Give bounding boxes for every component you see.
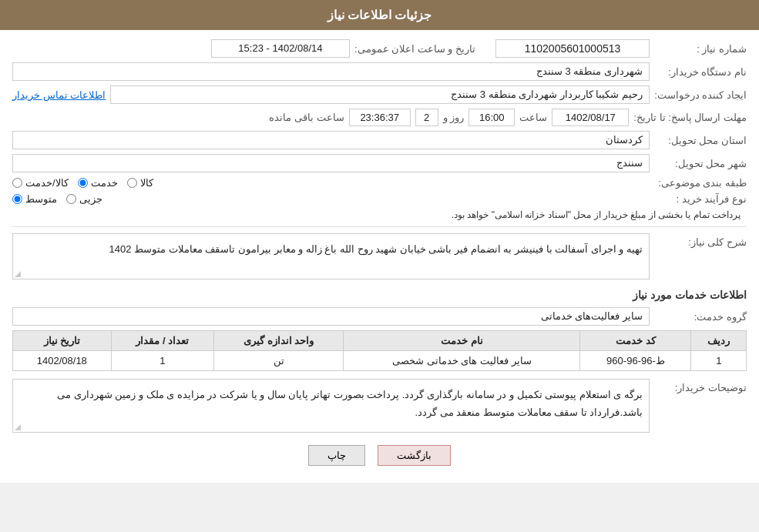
services-table: ردیف کد خدمت نام خدمت واحد اندازه گیری ت…	[12, 330, 747, 371]
buyer-org-label: نام دستگاه خریدار:	[654, 66, 747, 78]
deadline-day-label: روز و	[443, 112, 465, 123]
need-number-label: شماره نیاز :	[654, 43, 747, 55]
purchase-note: پرداخت تمام یا بخشی از مبلغ خریدار از مح…	[12, 209, 747, 220]
buyer-notes-value: برگه ی استعلام پیوستی تکمیل و در سامانه …	[12, 379, 650, 433]
deadline-remaining: 23:36:37	[349, 109, 411, 126]
table-cell-0-3: تن	[214, 351, 344, 371]
category-row: طبقه بندی موضوعی: کالا خدمت کالا/خدمت	[12, 177, 747, 189]
purchase-motavaset-label: متوسط	[25, 193, 57, 205]
creator-label: ایجاد کننده درخواست:	[654, 89, 747, 101]
category-option-kala-khedmat: کالا/خدمت	[12, 177, 69, 189]
col-service-code: کد خدمت	[580, 331, 691, 351]
description-label: شرح کلی نیاز:	[654, 233, 747, 248]
purchase-motavaset: متوسط	[12, 193, 57, 205]
announce-date-label: تاریخ و ساعت اعلان عمومی:	[354, 43, 475, 55]
table-cell-0-1: ط-96-96-960	[580, 351, 691, 371]
buyer-notes-label: توضیحات خریدار:	[654, 379, 747, 393]
page-wrapper: جزئیات اطلاعات نیاز شماره نیاز : 1102005…	[0, 0, 759, 483]
buyer-notes-row: توضیحات خریدار: برگه ی استعلام پیوستی تک…	[12, 379, 747, 433]
category-option-khedmat: خدمت	[78, 177, 118, 189]
table-header-row: ردیف کد خدمت نام خدمت واحد اندازه گیری ت…	[13, 331, 747, 351]
province-row: استان محل تحویل: کردستان	[12, 131, 747, 149]
service-group-label: گروه خدمت:	[654, 311, 747, 323]
service-group-value: سایر فعالیت‌های خدماتی	[12, 307, 650, 326]
deadline-date: 1402/08/17	[552, 109, 629, 126]
table-cell-0-4: 1	[111, 351, 213, 371]
services-section-title: اطلاعات خدمات مورد نیاز	[12, 289, 747, 301]
purchase-jozi-radio[interactable]	[66, 194, 76, 204]
purchase-type-label: نوع فرآیند خرید :	[654, 193, 747, 205]
deadline-row: مهلت ارسال پاسخ: تا تاریخ: 1402/08/17 سا…	[12, 109, 747, 126]
main-content: شماره نیاز : 1102005601000513 تاریخ و سا…	[0, 30, 759, 483]
col-unit: واحد اندازه گیری	[214, 331, 344, 351]
category-kala-khedmat-radio[interactable]	[12, 178, 22, 188]
deadline-remaining-label: ساعت باقی مانده	[269, 112, 344, 123]
print-button[interactable]: چاپ	[308, 445, 365, 466]
purchase-jozi: جزیی	[66, 193, 102, 205]
deadline-time-label: ساعت	[519, 112, 547, 123]
province-label: استان محل تحویل:	[654, 135, 747, 146]
deadline-time: 16:00	[468, 109, 515, 126]
city-value: سنندج	[12, 154, 650, 172]
category-kala-label: کالا	[140, 177, 153, 189]
category-kala-khedmat-label: کالا/خدمت	[25, 177, 69, 189]
table-cell-0-0: 1	[691, 351, 747, 371]
col-date: تاریخ نیاز	[13, 331, 112, 351]
category-radio-group: کالا خدمت کالا/خدمت	[12, 177, 650, 189]
description-value: تهیه و اجرای آسفالت با فینیشر به انضمام …	[12, 233, 650, 279]
buttons-row: بازگشت چاپ	[12, 445, 747, 466]
table-cell-0-2: سایر فعالیت های خدماتی شخصی	[344, 351, 580, 371]
category-option-kala: کالا	[127, 177, 153, 189]
announce-date-value: 1402/08/14 - 15:23	[211, 39, 350, 58]
category-khedmat-label: خدمت	[91, 177, 118, 189]
col-service-name: نام خدمت	[344, 331, 580, 351]
description-row: شرح کلی نیاز: تهیه و اجرای آسفالت با فین…	[12, 233, 747, 279]
page-title: جزئیات اطلاعات نیاز	[327, 8, 432, 22]
purchase-type-row: نوع فرآیند خرید : جزیی متوسط	[12, 193, 747, 205]
purchase-motavaset-radio[interactable]	[12, 194, 22, 204]
buyer-org-value: شهرداری منطقه 3 سنندج	[12, 62, 650, 81]
creator-row: ایجاد کننده درخواست: رحیم شکیبا کاربردار…	[12, 85, 747, 104]
category-khedmat-radio[interactable]	[78, 178, 88, 188]
city-row: شهر محل تحویل: سنندج	[12, 154, 747, 172]
table-body: 1ط-96-96-960سایر فعالیت های خدماتی شخصیت…	[13, 351, 747, 371]
col-row-num: ردیف	[691, 331, 747, 351]
page-header: جزئیات اطلاعات نیاز	[0, 0, 759, 30]
category-kala-radio[interactable]	[127, 178, 137, 188]
service-group-row: گروه خدمت: سایر فعالیت‌های خدماتی	[12, 307, 747, 326]
category-label: طبقه بندی موضوعی:	[654, 177, 747, 189]
need-number-value: 1102005601000513	[495, 39, 650, 58]
back-button[interactable]: بازگشت	[378, 445, 451, 466]
table-row: 1ط-96-96-960سایر فعالیت های خدماتی شخصیت…	[13, 351, 747, 371]
deadline-days: 2	[415, 109, 438, 126]
need-number-row: شماره نیاز : 1102005601000513 تاریخ و سا…	[12, 39, 747, 58]
creator-value: رحیم شکیبا کاربردار شهرداری منطقه 3 سنند…	[110, 85, 650, 104]
contact-link[interactable]: اطلاعات تماس خریدار	[12, 89, 106, 101]
divider-1	[12, 226, 747, 227]
buyer-org-row: نام دستگاه خریدار: شهرداری منطقه 3 سنندج	[12, 62, 747, 81]
deadline-label: مهلت ارسال پاسخ: تا تاریخ:	[633, 112, 747, 123]
city-label: شهر محل تحویل:	[654, 158, 747, 169]
col-qty: تعداد / مقدار	[111, 331, 213, 351]
purchase-jozi-label: جزیی	[79, 193, 102, 205]
table-cell-0-5: 1402/08/18	[13, 351, 112, 371]
province-value: کردستان	[12, 131, 650, 149]
